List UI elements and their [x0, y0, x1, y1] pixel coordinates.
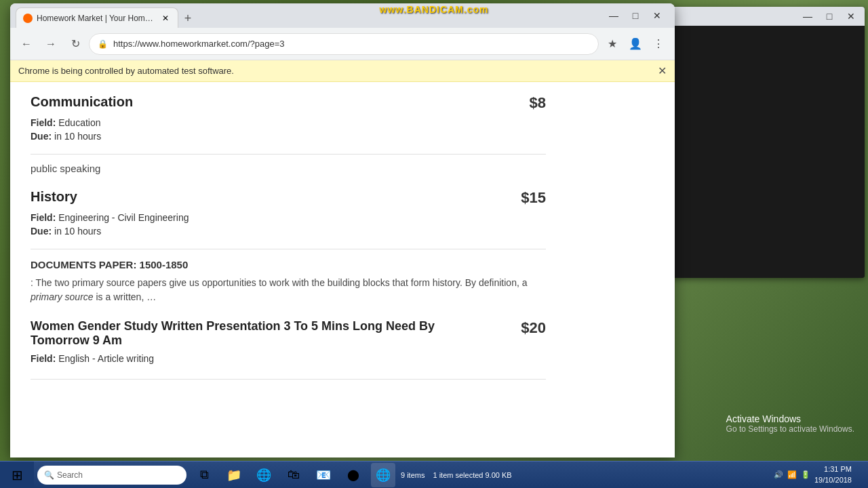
title-bar: Homework Market | Your Home... ✕ + — □ ✕ — [10, 3, 675, 28]
activate-windows-subtitle: Go to Settings to activate Windows. — [726, 424, 854, 434]
tab-label: Homework Market | Your Home... — [37, 14, 156, 23]
listing-public-speaking-tag: public speaking — [31, 155, 546, 177]
new-tab-button[interactable]: + — [178, 9, 197, 28]
listing-history-price: $15 — [521, 189, 546, 207]
listing-excerpt: DOCUMENTS PAPER: 1500-1850 : The two pri… — [31, 249, 546, 307]
secondary-minimize-button[interactable]: — — [798, 7, 817, 26]
field-label-2: Field: — [31, 212, 56, 223]
maximize-button[interactable]: □ — [626, 6, 645, 25]
forward-button[interactable]: → — [40, 33, 62, 55]
field-value-0: Education — [58, 117, 100, 128]
start-button[interactable]: ⊞ — [0, 462, 34, 489]
edge-browser-icon[interactable]: 🌐 — [252, 463, 276, 487]
taskbar-pinned-apps: ⧉ 📁 🌐 🛍 📧 ⬤ 🌐 — [192, 463, 395, 487]
due-label-2: Due: — [31, 226, 52, 237]
listing-history: History $15 Field: Engineering - Civil E… — [31, 177, 546, 249]
system-tray-icon-2: 📶 — [787, 470, 797, 479]
info-bar-text: Chrome is being controlled by automated … — [18, 66, 234, 76]
file-explorer-icon[interactable]: 📁 — [222, 463, 246, 487]
task-view-button[interactable]: ⧉ — [192, 463, 216, 487]
field-label-4: Field: — [31, 353, 56, 364]
listing-communication-due: Due: in 10 hours — [31, 131, 546, 142]
window-controls: — □ ✕ — [604, 6, 667, 25]
listing-history-due: Due: in 10 hours — [31, 226, 546, 237]
secondary-title-bar: — □ ✕ — [668, 7, 865, 26]
search-placeholder: Search — [57, 470, 83, 480]
due-value-0: in 10 hours — [54, 131, 101, 142]
content-inner: Communication $8 Field: Education Due: i… — [10, 82, 566, 380]
info-bar-close-button[interactable]: ✕ — [658, 64, 667, 77]
activate-windows-notice: Activate Windows Go to Settings to activ… — [726, 413, 854, 434]
url-text: https://www.homeworkmarket.com/?page=3 — [113, 39, 590, 49]
listing-communication-price: $8 — [530, 94, 546, 112]
secondary-maximize-button[interactable]: □ — [820, 7, 839, 26]
main-browser-window: Homework Market | Your Home... ✕ + — □ ✕… — [10, 3, 675, 458]
listing-women-gender-title[interactable]: Women Gender Study Written Presentation … — [31, 319, 437, 348]
taskbar-search[interactable]: 🔍 Search — [37, 466, 186, 485]
menu-button[interactable]: ⋮ — [648, 33, 669, 55]
back-button[interactable]: ← — [16, 33, 37, 55]
tab-close-button[interactable]: ✕ — [160, 13, 171, 24]
search-icon: 🔍 — [44, 470, 54, 480]
page-content[interactable]: Communication $8 Field: Education Due: i… — [10, 82, 675, 458]
listing-communication: Communication $8 Field: Education Due: i… — [31, 82, 546, 155]
secondary-content — [668, 26, 865, 278]
lock-icon: 🔒 — [98, 39, 108, 49]
excerpt-italic: primary source — [31, 291, 94, 302]
due-label-0: Due: — [31, 131, 52, 142]
excerpt-text-2: is a written, … — [94, 291, 157, 302]
taskbar-clock[interactable]: 1:31 PM 19/10/2018 — [814, 464, 852, 485]
chrome-icon-2[interactable]: 🌐 — [371, 463, 395, 487]
close-button[interactable]: ✕ — [648, 6, 667, 25]
excerpt-title[interactable]: DOCUMENTS PAPER: 1500-1850 — [31, 259, 546, 270]
taskbar-status-bar: 9 items 1 item selected 9.00 KB — [395, 471, 774, 479]
bandicam-watermark: www.BANDICAM.com — [380, 4, 489, 15]
address-bar[interactable]: 🔒 https://www.homeworkmarket.com/?page=3 — [89, 33, 599, 55]
tab-favicon — [23, 14, 33, 23]
clock-date: 19/10/2018 — [814, 475, 852, 485]
taskbar: ⊞ 🔍 Search ⧉ 📁 🌐 🛍 📧 ⬤ 🌐 9 items 1 item … — [0, 461, 868, 488]
taskbar-right: 🔊 📶 🔋 1:31 PM 19/10/2018 — [774, 464, 868, 485]
listing-history-header: History $15 — [31, 189, 546, 207]
listing-women-gender: Women Gender Study Written Presentation … — [31, 307, 546, 380]
info-bar: Chrome is being controlled by automated … — [10, 60, 675, 82]
listing-communication-field: Field: Education — [31, 117, 546, 128]
listing-women-gender-field: Field: English - Article writing — [31, 353, 546, 364]
field-value-4: English - Article writing — [58, 353, 154, 364]
store-icon[interactable]: 🛍 — [281, 463, 306, 487]
excerpt-text-1: : The two primary source papers give us … — [31, 277, 528, 288]
excerpt-body: : The two primary source papers give us … — [31, 276, 546, 304]
activate-windows-title: Activate Windows — [726, 413, 854, 424]
due-value-2: in 10 hours — [54, 226, 101, 237]
system-tray-icon-3: 🔋 — [801, 470, 810, 479]
active-tab[interactable]: Homework Market | Your Home... ✕ — [16, 7, 178, 28]
nav-right-icons: ★ 👤 ⋮ — [601, 33, 669, 55]
field-label-0: Field: — [31, 117, 56, 128]
secondary-browser-window: — □ ✕ — [668, 7, 865, 278]
mail-icon[interactable]: 📧 — [311, 463, 336, 487]
field-value-2: Engineering - Civil Engineering — [58, 212, 189, 223]
tab-bar: Homework Market | Your Home... ✕ + — [16, 3, 197, 28]
listing-history-field: Field: Engineering - Civil Engineering — [31, 212, 546, 223]
system-tray-icon-1: 🔊 — [774, 470, 783, 479]
listing-communication-title[interactable]: Communication — [31, 94, 133, 110]
listing-communication-header: Communication $8 — [31, 94, 546, 112]
chrome-icon[interactable]: ⬤ — [341, 463, 366, 487]
clock-time: 1:31 PM — [814, 464, 852, 474]
profile-button[interactable]: 👤 — [625, 33, 646, 55]
bookmark-button[interactable]: ★ — [601, 33, 623, 55]
minimize-button[interactable]: — — [604, 6, 623, 25]
reload-button[interactable]: ↻ — [64, 33, 86, 55]
listing-history-title[interactable]: History — [31, 189, 77, 205]
listing-women-gender-header: Women Gender Study Written Presentation … — [31, 319, 546, 348]
navigation-bar: ← → ↻ 🔒 https://www.homeworkmarket.com/?… — [10, 28, 675, 60]
listing-women-gender-price: $20 — [521, 319, 546, 337]
secondary-close-button[interactable]: ✕ — [842, 7, 861, 26]
status-selected: 1 item selected 9.00 KB — [433, 471, 511, 479]
status-items: 9 items — [401, 471, 425, 479]
public-speaking-text: public speaking — [31, 163, 100, 174]
